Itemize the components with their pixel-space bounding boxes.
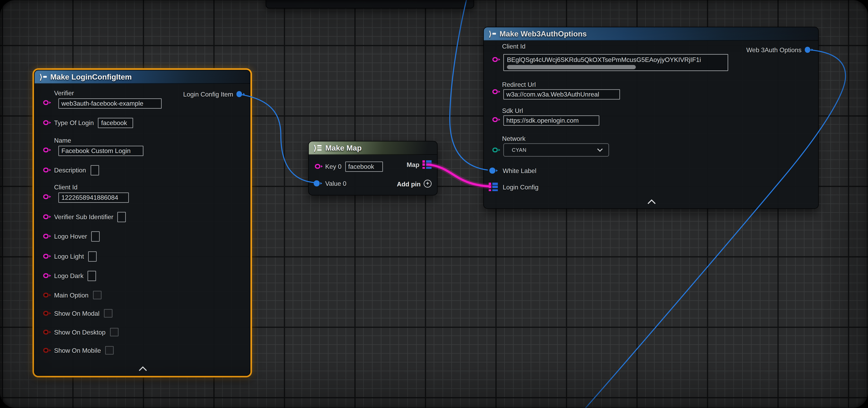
type-of-login-input[interactable]: facebook xyxy=(98,117,133,128)
logo-dark-input[interactable] xyxy=(88,271,96,281)
pin-row-show-on-modal: Show On Modal xyxy=(35,308,250,319)
node-make-map[interactable]: ⟩ Make Map Key 0 facebook Map Value 0 Ad… xyxy=(308,141,438,196)
pin-row-logo-hover: Logo Hover xyxy=(35,231,250,242)
verifier-pin[interactable] xyxy=(43,100,51,106)
pin-row-verifier: Verifier web3auth-facebook-example xyxy=(35,89,250,109)
show-on-modal-label: Show On Modal xyxy=(54,310,99,317)
show-on-desktop-pin[interactable] xyxy=(43,329,51,335)
show-on-modal-pin[interactable] xyxy=(43,310,51,316)
show-on-modal-checkbox[interactable] xyxy=(104,309,112,318)
pin-row-network: Network CYAN xyxy=(484,135,818,157)
logo-hover-label: Logo Hover xyxy=(54,233,87,240)
partial-node-top[interactable] xyxy=(266,0,474,8)
client-id-scrollbar[interactable] xyxy=(507,65,636,69)
show-on-mobile-pin[interactable] xyxy=(43,347,51,353)
make-struct-icon: ⟩ xyxy=(489,30,496,37)
verifier-sub-identifier-pin[interactable] xyxy=(43,214,51,220)
logo-light-input[interactable] xyxy=(88,251,97,262)
value-0-label: Value 0 xyxy=(325,180,346,187)
redirect-url-label: Redirect Url xyxy=(502,81,818,89)
client-id-label: Client Id xyxy=(502,42,818,50)
pin-row-name: Name Facebook Custom Login xyxy=(35,137,250,156)
redirect-url-pin[interactable] xyxy=(492,89,500,95)
key-0-pin[interactable] xyxy=(315,163,323,169)
description-pin[interactable] xyxy=(43,167,51,173)
sdk-url-input[interactable]: https://sdk.openlogin.com xyxy=(503,115,599,126)
node-header[interactable]: ⟩ Make LoginConfigItem xyxy=(35,70,250,84)
show-on-mobile-label: Show On Mobile xyxy=(54,347,101,354)
white-label-pin[interactable] xyxy=(489,168,498,174)
logo-light-pin[interactable] xyxy=(43,253,51,259)
client-id-input[interactable]: 1222658941886084 xyxy=(58,193,129,203)
show-on-desktop-checkbox[interactable] xyxy=(110,328,118,337)
add-pin-label: Add pin xyxy=(397,180,421,188)
add-pin-button[interactable]: Add pin + xyxy=(397,180,432,188)
pin-row-redirect-url: Redirect Url w3a://com.w3a.Web3AuthUnrea… xyxy=(484,81,818,100)
name-input[interactable]: Facebook Custom Login xyxy=(58,146,144,156)
network-pin[interactable] xyxy=(492,147,500,153)
main-option-checkbox[interactable] xyxy=(93,291,101,300)
node-title: Make Map xyxy=(326,144,362,152)
graph-canvas[interactable]: ⟩ Make LoginConfigItem Login Config Item… xyxy=(0,0,868,408)
name-pin[interactable] xyxy=(43,147,51,153)
add-pin-icon: + xyxy=(424,180,432,188)
key-0-input[interactable]: facebook xyxy=(345,161,383,172)
value-0-pin[interactable] xyxy=(314,180,322,186)
node-make-login-config-item[interactable]: ⟩ Make LoginConfigItem Login Config Item… xyxy=(34,70,250,376)
logo-hover-input[interactable] xyxy=(91,231,100,241)
pin-row-logo-light: Logo Light xyxy=(35,251,250,262)
node-title: Make Web3AuthOptions xyxy=(499,30,587,38)
make-struct-icon: ⟩ xyxy=(39,73,46,80)
node-header[interactable]: ⟩ Make Map xyxy=(309,141,437,155)
client-id-input[interactable]: BEglQSgt4cUWcj6SKRdu5QkOXTsePmMcusG5EAoy… xyxy=(503,54,728,71)
pin-row-white-label: White Label xyxy=(484,165,818,176)
key-0-label: Key 0 xyxy=(325,163,342,170)
network-label: Network xyxy=(502,135,818,143)
pin-row-show-on-desktop: Show On Desktop xyxy=(35,327,250,338)
pin-row-type-of-login: Type Of Login facebook xyxy=(35,117,250,128)
verifier-sub-identifier-input[interactable] xyxy=(118,212,126,222)
client-id-value[interactable]: BEglQSgt4cUWcj6SKRdu5QkOXTsePmMcusG5EAoy… xyxy=(507,55,724,64)
white-label-label: White Label xyxy=(503,167,536,174)
type-of-login-label: Type Of Login xyxy=(54,119,94,126)
blueprint-editor: ⟩ Make LoginConfigItem Login Config Item… xyxy=(0,0,868,408)
show-on-mobile-checkbox[interactable] xyxy=(105,346,114,355)
type-of-login-pin[interactable] xyxy=(43,120,51,126)
pin-row-show-on-mobile: Show On Mobile xyxy=(35,345,250,356)
pin-row-client-id: Client Id BEglQSgt4cUWcj6SKRdu5QkOXTsePm… xyxy=(484,42,818,71)
verifier-label: Verifier xyxy=(54,89,250,97)
network-selected-value: CYAN xyxy=(512,147,527,153)
logo-dark-pin[interactable] xyxy=(43,273,51,279)
pin-row-client-id: Client Id 1222658941886084 xyxy=(35,183,250,203)
pin-row-login-config: Login Config xyxy=(484,181,818,193)
node-make-web3auth-options[interactable]: ⟩ Make Web3AuthOptions Web 3Auth Options… xyxy=(483,27,819,209)
show-on-desktop-label: Show On Desktop xyxy=(54,329,105,336)
pin-row-main-option: Main Option xyxy=(35,290,250,301)
pin-row-description: Description xyxy=(35,165,250,175)
client-id-pin[interactable] xyxy=(492,57,500,63)
main-option-pin[interactable] xyxy=(43,292,51,298)
network-select[interactable]: CYAN xyxy=(503,143,609,157)
client-id-pin[interactable] xyxy=(43,194,51,200)
sdk-url-pin[interactable] xyxy=(492,116,500,123)
description-label: Description xyxy=(54,166,86,174)
redirect-url-input[interactable]: w3a://com.w3a.Web3AuthUnreal xyxy=(503,89,620,100)
collapse-node-button[interactable] xyxy=(138,363,148,369)
wire-top-to-white-label[interactable] xyxy=(450,0,488,170)
chevron-down-icon xyxy=(597,148,603,152)
login-config-label: Login Config xyxy=(503,183,538,191)
description-input[interactable] xyxy=(90,165,99,175)
logo-dark-label: Logo Dark xyxy=(54,272,84,279)
name-label: Name xyxy=(54,137,250,144)
sdk-url-label: Sdk Url xyxy=(502,107,818,115)
pin-row-verifier-sub-identifier: Verifier Sub Identifier xyxy=(35,211,250,222)
pin-row-sdk-url: Sdk Url https://sdk.openlogin.com xyxy=(484,107,818,126)
verifier-sub-identifier-label: Verifier Sub Identifier xyxy=(54,213,113,220)
main-option-label: Main Option xyxy=(54,292,89,299)
node-header[interactable]: ⟩ Make Web3AuthOptions xyxy=(484,27,818,41)
collapse-node-button[interactable] xyxy=(647,196,656,202)
verifier-input[interactable]: web3auth-facebook-example xyxy=(58,98,162,109)
make-map-icon: ⟩ xyxy=(314,144,322,151)
client-id-label: Client Id xyxy=(54,183,250,191)
logo-hover-pin[interactable] xyxy=(43,233,51,239)
